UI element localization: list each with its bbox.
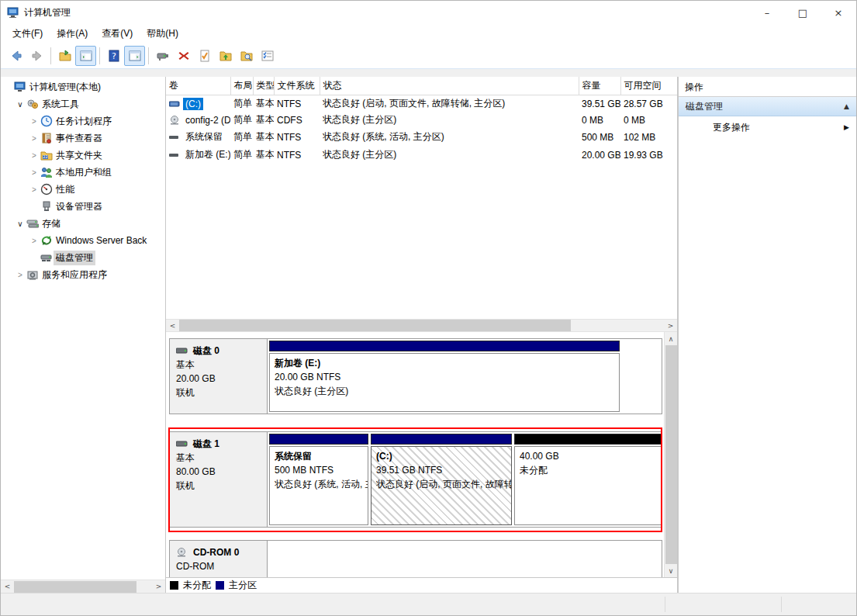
sidebar-item-label: 性能 <box>54 182 77 197</box>
tree-horizontal-scrollbar[interactable]: < > <box>1 580 165 593</box>
scrollbar-thumb[interactable] <box>179 320 571 331</box>
back-icon[interactable] <box>5 46 26 66</box>
chevron-icon[interactable]: > <box>29 134 40 143</box>
chevron-icon[interactable]: > <box>29 117 40 126</box>
svg-text:?: ? <box>112 51 116 61</box>
volume-status: 状态良好 (启动, 页面文件, 故障转储, 主分区) <box>320 95 579 112</box>
sidebar-item-windows-server-backup[interactable]: > Windows Server Back <box>1 232 165 249</box>
folder-search-icon[interactable] <box>236 46 257 66</box>
disk-0-label[interactable]: 磁盘 0 基本 20.00 GB 联机 <box>170 339 268 414</box>
disk-management-pane: 卷 布局 类型 文件系统 状态 容量 可用空间 (C:) 简单 <box>166 77 678 593</box>
menu-bar: 文件(F) 操作(A) 查看(V) 帮助(H) <box>1 24 856 43</box>
sidebar-item-event-viewer[interactable]: > 事件查看器 <box>1 130 165 147</box>
menu-file[interactable]: 文件(F) <box>5 25 50 43</box>
actions-pane-title: 操作 <box>679 77 856 97</box>
close-button[interactable]: × <box>821 1 856 24</box>
volume-name: 新加卷 (E:) <box>183 147 230 162</box>
volume-free-space: 19.93 GB <box>620 146 677 164</box>
remote-view-icon[interactable] <box>152 46 173 66</box>
disk-vertical-scrollbar[interactable]: ∧ ∨ <box>664 332 677 577</box>
sidebar-item-shared-folders[interactable]: > 22 共享文件夹 <box>1 147 165 164</box>
sidebar-item-local-users-groups[interactable]: > 本地用户和组 <box>1 164 165 181</box>
scrollbar-thumb[interactable] <box>14 581 136 593</box>
column-header-volume[interactable]: 卷 <box>166 77 230 95</box>
menu-action[interactable]: 操作(A) <box>50 25 95 43</box>
scroll-left-icon[interactable]: < <box>1 580 14 594</box>
column-header-filesystem[interactable]: 文件系统 <box>274 77 320 95</box>
volume-row-c[interactable]: (C:) 简单 基本 NTFS 状态良好 (启动, 页面文件, 故障转储, 主分… <box>166 95 677 112</box>
partition-color-band <box>269 341 620 351</box>
volume-type: 基本 <box>253 95 274 112</box>
services-icon <box>26 268 40 281</box>
partition-e[interactable]: 新加卷 (E:) 20.00 GB NTFS 状态良好 (主分区) <box>269 341 620 412</box>
volume-row-e[interactable]: 新加卷 (E:) 简单 基本 NTFS 状态良好 (主分区) 20.00 GB … <box>166 146 677 164</box>
chevron-down-icon[interactable]: ∨ <box>15 100 26 109</box>
sidebar-item-label: 本地用户和组 <box>54 165 114 180</box>
collapse-icon[interactable]: ▲ <box>844 102 849 110</box>
help-icon[interactable]: ? <box>103 46 124 66</box>
disk-management-section-header[interactable]: 磁盘管理 ▲ <box>679 97 856 116</box>
partition-system-reserved[interactable]: 系统保留 500 MB NTFS 状态良好 (系统, 活动, 主分区) <box>269 434 368 525</box>
chevron-icon[interactable]: > <box>29 151 40 160</box>
scroll-left-icon[interactable]: < <box>166 319 179 332</box>
partition-c-selected[interactable]: (C:) 39.51 GB NTFS 状态良好 (启动, 页面文件, 故障转储,… <box>371 434 512 525</box>
more-actions-item[interactable]: 更多操作 ▶ <box>679 116 856 138</box>
chevron-icon[interactable]: > <box>29 185 40 194</box>
chevron-icon[interactable]: > <box>29 168 40 177</box>
chevron-icon[interactable]: > <box>29 237 40 245</box>
volume-free-space: 0 MB <box>620 112 677 128</box>
delete-icon[interactable] <box>173 46 194 66</box>
disk-status: 联机 <box>176 386 261 400</box>
properties-icon[interactable] <box>194 46 215 66</box>
sidebar-item-computer-management[interactable]: 计算机管理(本地) <box>1 78 165 95</box>
console-tree: 计算机管理(本地) ∨ 系统工具 > 任务计划程序 > 事件查看器 <box>1 77 165 580</box>
column-header-type[interactable]: 类型 <box>253 77 274 95</box>
device-manager-icon <box>40 200 54 213</box>
sidebar-item-task-scheduler[interactable]: > 任务计划程序 <box>1 112 165 130</box>
sidebar-item-disk-management[interactable]: 磁盘管理 <box>1 249 165 266</box>
menu-view[interactable]: 查看(V) <box>95 25 140 43</box>
scroll-right-icon[interactable]: > <box>664 319 677 332</box>
sidebar-item-system-tools[interactable]: ∨ 系统工具 <box>1 95 165 112</box>
scroll-right-icon[interactable]: > <box>152 580 165 594</box>
disk-1-label[interactable]: 磁盘 1 基本 80.00 GB 联机 <box>170 432 268 527</box>
volume-filesystem: NTFS <box>274 146 320 164</box>
console-tree-pane: 计算机管理(本地) ∨ 系统工具 > 任务计划程序 > 事件查看器 <box>1 77 166 593</box>
column-header-layout[interactable]: 布局 <box>230 77 253 95</box>
chevron-icon[interactable]: > <box>15 271 26 279</box>
scroll-down-icon[interactable]: ∨ <box>665 564 678 577</box>
export-folder-icon[interactable] <box>54 46 75 66</box>
column-header-capacity[interactable]: 容量 <box>579 77 620 95</box>
sidebar-item-device-manager[interactable]: 设备管理器 <box>1 198 165 215</box>
maximize-button[interactable]: □ <box>785 1 821 24</box>
partition-unallocated[interactable]: 40.00 GB 未分配 <box>514 434 662 525</box>
action-pane-icon[interactable] <box>124 46 145 66</box>
sidebar-item-services-applications[interactable]: > 服务和应用程序 <box>1 266 165 283</box>
column-header-status[interactable]: 状态 <box>320 77 579 95</box>
volume-row-system-reserved[interactable]: 系统保留 简单 基本 NTFS 状态良好 (系统, 活动, 主分区) 500 M… <box>166 128 677 146</box>
disk-status: 联机 <box>176 479 261 493</box>
sidebar-item-performance[interactable]: > 性能 <box>1 181 165 198</box>
column-header-free-space[interactable]: 可用空间 <box>620 77 677 95</box>
volume-row-d[interactable]: config-2 (D:) 简单 基本 CDFS 状态良好 (主分区) 0 MB… <box>166 112 677 128</box>
legend-primary-label: 主分区 <box>229 579 257 592</box>
folder-up-icon[interactable] <box>215 46 236 66</box>
volume-list-horizontal-scrollbar[interactable]: < > <box>166 319 677 332</box>
volume-status: 状态良好 (主分区) <box>320 146 579 164</box>
cdrom-label[interactable]: CD-ROM 0 CD-ROM <box>170 541 268 577</box>
computer-management-window: 计算机管理 – □ × 文件(F) 操作(A) 查看(V) 帮助(H) ? <box>0 0 857 616</box>
status-bar <box>1 593 856 615</box>
toolbar: ? <box>1 43 856 69</box>
scroll-up-icon[interactable]: ∧ <box>665 332 678 345</box>
actions-pane: 操作 磁盘管理 ▲ 更多操作 ▶ <box>678 77 856 593</box>
volume-capacity: 0 MB <box>579 112 620 128</box>
sidebar-item-storage[interactable]: ∨ 存储 <box>1 215 165 232</box>
disk-row-1: 磁盘 1 基本 80.00 GB 联机 系统保留 500 MB NTFS <box>169 431 662 528</box>
chevron-down-icon[interactable]: ∨ <box>15 220 26 228</box>
menu-help[interactable]: 帮助(H) <box>140 25 185 43</box>
forward-icon[interactable] <box>26 46 47 66</box>
minimize-button[interactable]: – <box>749 1 785 24</box>
console-tree-icon[interactable] <box>75 46 96 66</box>
options-icon[interactable] <box>257 46 278 66</box>
scrollbar-thumb[interactable] <box>665 345 677 564</box>
